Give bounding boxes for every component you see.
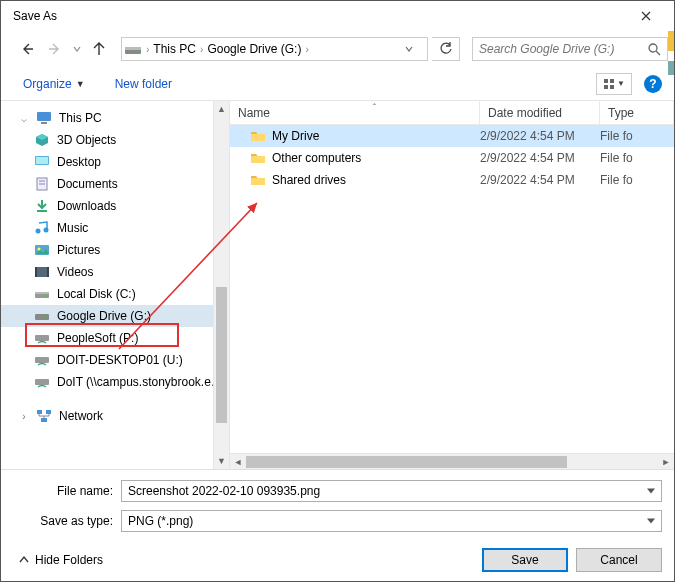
pics-icon	[33, 242, 51, 258]
tree-item[interactable]: Desktop	[1, 151, 229, 173]
svg-rect-33	[41, 418, 47, 422]
network-icon	[35, 408, 53, 424]
column-name[interactable]: Nameˆ	[230, 101, 480, 124]
toolbar: Organize▼ New folder ▼ ?	[1, 67, 674, 101]
file-list-pane: Nameˆ Date modified Type My Drive2/9/202…	[230, 101, 674, 469]
tree-item-label: Desktop	[57, 155, 101, 169]
music-icon	[33, 220, 51, 236]
search-input[interactable]	[479, 42, 648, 56]
tree-item-label: DOIT-DESKTOP01 (U:)	[57, 353, 183, 367]
tree-item[interactable]: Local Disk (C:)	[1, 283, 229, 305]
scroll-thumb[interactable]	[216, 287, 227, 423]
filename-field[interactable]	[121, 480, 662, 502]
file-type: File fo	[600, 173, 674, 187]
tree-item[interactable]: ›Network	[1, 405, 229, 427]
tree-item[interactable]: Pictures	[1, 239, 229, 261]
down-icon	[33, 198, 51, 214]
main-area: ⌵This PC3D ObjectsDesktopDocumentsDownlo…	[1, 101, 674, 469]
hscroll-thumb[interactable]	[246, 456, 567, 468]
save-button[interactable]: Save	[482, 548, 568, 572]
column-type[interactable]: Type	[600, 101, 674, 124]
close-button[interactable]	[626, 1, 666, 31]
view-options-button[interactable]: ▼	[596, 73, 632, 95]
arrow-right-icon	[48, 42, 62, 56]
file-name: My Drive	[272, 129, 319, 143]
chevron-down-icon	[405, 45, 413, 53]
scroll-up-arrow[interactable]: ▲	[214, 101, 229, 117]
file-rows: My Drive2/9/2022 4:54 PMFile foOther com…	[230, 125, 674, 453]
tree-scrollbar[interactable]: ▲ ▼	[213, 101, 229, 469]
tree-item[interactable]: Google Drive (G:)	[1, 305, 229, 327]
svg-rect-11	[36, 157, 48, 164]
up-button[interactable]	[87, 37, 111, 61]
svg-rect-8	[37, 112, 51, 121]
svg-rect-5	[610, 79, 614, 83]
back-button[interactable]	[15, 37, 39, 61]
address-bar[interactable]: › This PC› Google Drive (G:)›	[121, 37, 428, 61]
dialog-footer: Hide Folders Save Cancel	[1, 540, 674, 582]
tree-item[interactable]: Videos	[1, 261, 229, 283]
tree-item[interactable]: DOIT-DESKTOP01 (U:)	[1, 349, 229, 371]
arrow-left-icon	[20, 42, 34, 56]
tree-item-label: DoIT (\\campus.stonybrook.edu...	[57, 375, 229, 389]
file-row[interactable]: Shared drives2/9/2022 4:54 PMFile fo	[230, 169, 674, 191]
file-type: File fo	[600, 151, 674, 165]
help-button[interactable]: ?	[644, 75, 662, 93]
tree-item-label: Google Drive (G:)	[57, 309, 151, 323]
file-row[interactable]: My Drive2/9/2022 4:54 PMFile fo	[230, 125, 674, 147]
saveas-type-label: Save as type:	[13, 514, 121, 528]
horizontal-scrollbar[interactable]: ◄ ►	[230, 453, 674, 469]
svg-rect-15	[37, 210, 47, 212]
saveas-type-field[interactable]: PNG (*.png)	[121, 510, 662, 532]
tree-item[interactable]: Documents	[1, 173, 229, 195]
drive-icon	[124, 42, 142, 56]
recent-locations-dropdown[interactable]	[71, 45, 83, 53]
breadcrumb-google-drive[interactable]: Google Drive (G:)›	[207, 42, 308, 56]
column-date[interactable]: Date modified	[480, 101, 600, 124]
svg-rect-28	[35, 335, 49, 341]
svg-rect-32	[46, 410, 51, 414]
tree-item-label: Documents	[57, 177, 118, 191]
new-folder-button[interactable]: New folder	[111, 73, 176, 95]
folder-icon	[250, 173, 266, 187]
svg-rect-6	[604, 85, 608, 89]
filename-label: File name:	[13, 484, 121, 498]
refresh-button[interactable]	[432, 37, 460, 61]
tree-item[interactable]: Music	[1, 217, 229, 239]
tree-item[interactable]: ⌵This PC	[1, 107, 229, 129]
svg-rect-24	[35, 292, 49, 294]
tree-item[interactable]: Downloads	[1, 195, 229, 217]
tree-item[interactable]: DoIT (\\campus.stonybrook.edu...	[1, 371, 229, 393]
address-dropdown[interactable]	[405, 45, 425, 53]
tree-item[interactable]: 3D Objects	[1, 129, 229, 151]
tree-item-label: This PC	[59, 111, 102, 125]
search-box[interactable]	[472, 37, 668, 61]
svg-point-2	[137, 51, 139, 53]
scroll-right-arrow[interactable]: ►	[658, 457, 674, 467]
video-icon	[33, 264, 51, 280]
tree-item[interactable]: PeopleSoft (P:)	[1, 327, 229, 349]
breadcrumb-this-pc[interactable]: This PC›	[153, 42, 203, 56]
filename-input[interactable]	[128, 484, 655, 498]
file-row[interactable]: Other computers2/9/2022 4:54 PMFile fo	[230, 147, 674, 169]
artifact	[668, 31, 674, 51]
cancel-button[interactable]: Cancel	[576, 548, 662, 572]
disk-icon	[33, 286, 51, 302]
file-date: 2/9/2022 4:54 PM	[480, 173, 600, 187]
hide-folders-toggle[interactable]: Hide Folders	[19, 553, 103, 567]
close-icon	[641, 11, 651, 21]
netdrive-icon	[33, 352, 51, 368]
navigation-bar: › This PC› Google Drive (G:)›	[1, 31, 674, 67]
tree-item-label: 3D Objects	[57, 133, 116, 147]
docs-icon	[33, 176, 51, 192]
titlebar: Save As	[1, 1, 674, 31]
gdrive-icon	[33, 308, 51, 324]
scroll-left-arrow[interactable]: ◄	[230, 457, 246, 467]
scroll-down-arrow[interactable]: ▼	[214, 453, 229, 469]
saveas-type-value: PNG (*.png)	[128, 514, 193, 528]
breadcrumb-separator: ›	[146, 44, 149, 55]
svg-rect-22	[47, 267, 49, 277]
organize-menu[interactable]: Organize▼	[19, 73, 89, 95]
forward-button[interactable]	[43, 37, 67, 61]
svg-rect-9	[41, 122, 47, 124]
